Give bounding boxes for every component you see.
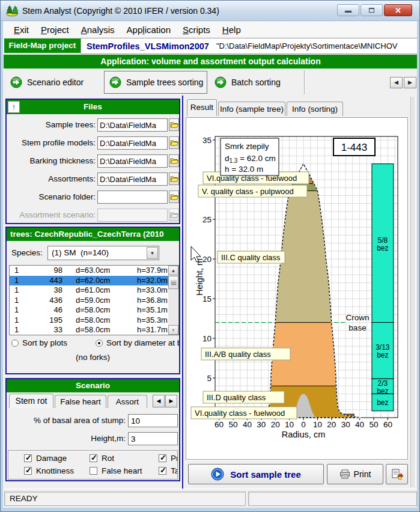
tree-id-cell: 195 — [34, 315, 62, 326]
files-panel: ↑ Files Sample trees: Stem profile model… — [5, 99, 180, 224]
field-label: Scenario folder: — [7, 190, 96, 204]
close-button[interactable]: ✕ — [384, 4, 412, 16]
minimize-button[interactable]: ▬ — [337, 4, 359, 16]
species-dropdown[interactable]: (1) SM (n=140) ▼ — [47, 246, 159, 260]
tree-id-cell: 98 — [34, 266, 62, 276]
damage-checkbox[interactable]: Damage — [24, 454, 67, 463]
tree-row[interactable]: 198d=63.0cmh=37.9m — [10, 266, 168, 276]
scrollbar-thumb[interactable] — [168, 276, 178, 289]
svg-text:10: 10 — [285, 420, 294, 429]
browse-folder-button[interactable] — [169, 136, 179, 149]
assortments-input[interactable] — [97, 172, 168, 186]
menu-item-project[interactable]: Project — [35, 22, 75, 37]
tab-stem-rot[interactable]: Stem rot — [9, 394, 53, 408]
tabs-scroll-left-icon[interactable]: ◀ — [390, 77, 403, 88]
plot-cell: 1 — [10, 276, 34, 286]
maximize-button[interactable] — [361, 4, 383, 16]
close-icon: ✕ — [395, 6, 401, 15]
status-bar: READY — [1, 489, 420, 509]
dbh-cell: d=61.0cm — [62, 285, 130, 296]
menu-item-exit[interactable]: Exit — [8, 22, 35, 37]
dbh-cell: d=58.0cm — [62, 315, 130, 326]
collapse-up-icon[interactable]: ↑ — [8, 101, 20, 113]
checkbox-label: False heart — [102, 466, 142, 475]
browse-folder-button[interactable] — [169, 154, 179, 167]
menu-item-application[interactable]: Application — [121, 22, 177, 37]
tree-id-cell: 443 — [34, 276, 62, 286]
svg-text:h = 32.0 m: h = 32.0 m — [225, 165, 263, 174]
tree-row[interactable]: 138d=61.0cmh=33.0m — [10, 285, 168, 296]
browse-folder-button[interactable] — [169, 190, 179, 203]
browse-folder-button[interactable] — [169, 172, 179, 185]
sort-sample-tree-button[interactable]: Sort sample tree — [188, 464, 324, 484]
status-secondary — [248, 492, 417, 506]
barking-thickness-input[interactable] — [97, 154, 168, 168]
false-heart-checkbox[interactable]: False heart — [90, 466, 142, 475]
menu-item-analysis[interactable]: Analysis — [75, 22, 121, 37]
checkbox-icon — [90, 454, 97, 462]
dbh-cell: d=62.0cm — [62, 276, 130, 286]
checkbox-label: Ta — [171, 466, 178, 475]
tab-assortments[interactable]: Assort — [108, 395, 147, 408]
tab-info-sorting[interactable]: Info (sorting) — [287, 102, 343, 116]
pre-checkbox[interactable]: Pre — [159, 454, 178, 463]
checkbox-label: Pre — [171, 454, 178, 463]
scenario-tabs: Stem rot False heart Assort ◀ ▶ — [7, 394, 179, 408]
sort-by-plots-radio[interactable]: Sort by plots — [11, 338, 67, 347]
tab-scenario-editor[interactable]: Scenario editor — [5, 73, 100, 92]
file-field-row: Assortments: — [7, 172, 179, 186]
field-label: Barking thickness: — [7, 154, 96, 168]
sort-by-diameter-radio[interactable]: Sort by diameter at b — [96, 338, 179, 347]
browse-folder-button[interactable] — [169, 118, 179, 131]
tree-row[interactable]: 133d=58.0cmh=31.7m — [10, 325, 168, 335]
sample-trees-input[interactable] — [97, 118, 168, 132]
height-cell: h=36.8m — [130, 296, 168, 306]
tree-row[interactable]: 1195d=58.0cmh=35.3m — [10, 315, 168, 326]
list-scrollbar[interactable]: ▲ ▼ — [168, 266, 178, 335]
checkbox-label: Damage — [36, 454, 67, 463]
tree-row-selected[interactable]: 1443d=62.0cmh=32.0m — [10, 276, 168, 286]
printer-icon — [339, 469, 350, 479]
svg-text:50: 50 — [369, 420, 378, 429]
tree-row[interactable]: 1436d=59.0cmh=36.8m — [10, 296, 168, 306]
folder-icon — [170, 194, 178, 201]
rot-checkbox[interactable]: Rot — [90, 454, 114, 463]
splitter-handle[interactable] — [410, 97, 416, 487]
stem-profile-models-input[interactable] — [97, 136, 168, 150]
tab-sample-trees-sorting[interactable]: Sample trees sorting — [104, 71, 207, 94]
svg-text:5: 5 — [207, 374, 212, 383]
ta-checkbox[interactable]: Ta — [159, 466, 178, 475]
export-button[interactable] — [386, 464, 408, 484]
scroll-up-icon[interactable]: ▲ — [168, 266, 178, 275]
window-border — [1, 508, 420, 511]
svg-text:III.C quality class: III.C quality class — [221, 253, 281, 262]
tab-info-sample-tree[interactable]: Info (sample tree) — [218, 102, 285, 116]
scenario-folder-input[interactable] — [97, 190, 168, 204]
tree-id-cell: 38 — [34, 285, 62, 296]
rot-height-input[interactable] — [128, 432, 178, 445]
trees-panel: trees: CzechRepublic_CzechTerra (2010 Sp… — [5, 227, 180, 374]
scenario-tabs-scroll-right-icon[interactable]: ▶ — [165, 395, 177, 407]
svg-text:1-443: 1-443 — [341, 142, 367, 153]
checkbox-icon — [24, 467, 32, 475]
window-title: Stem Analyst (Copyright © 2010 IFER / ve… — [22, 6, 219, 16]
tab-false-heart[interactable]: False heart — [55, 395, 106, 408]
tabs-scroll-right-icon[interactable]: ▶ — [404, 77, 416, 88]
svg-text:III.A/B quality class: III.A/B quality class — [205, 350, 271, 359]
menu-item-help[interactable]: Help — [216, 22, 247, 37]
print-button[interactable]: Print — [327, 464, 383, 484]
file-field-row: Stem profile models: — [7, 136, 179, 150]
menu-item-scripts[interactable]: Scripts — [177, 22, 216, 37]
tab-batch-sorting[interactable]: Batch sorting — [210, 73, 301, 92]
knottiness-checkbox[interactable]: Knottiness — [24, 466, 74, 475]
stump-basal-area-input[interactable] — [128, 414, 178, 427]
tree-row[interactable]: 146d=58.0cmh=35.1m — [10, 305, 168, 315]
chevron-down-icon[interactable]: ▼ — [147, 247, 158, 259]
scroll-down-icon[interactable]: ▼ — [168, 325, 178, 335]
file-field-row: Barking thickness: — [7, 154, 179, 168]
tab-result[interactable]: Result — [187, 99, 217, 116]
height-cell: h=33.0m — [130, 285, 168, 296]
scenario-tabs-scroll-left-icon[interactable]: ◀ — [153, 395, 165, 407]
green-arrow-icon — [215, 76, 227, 88]
export-report-icon — [391, 469, 403, 480]
